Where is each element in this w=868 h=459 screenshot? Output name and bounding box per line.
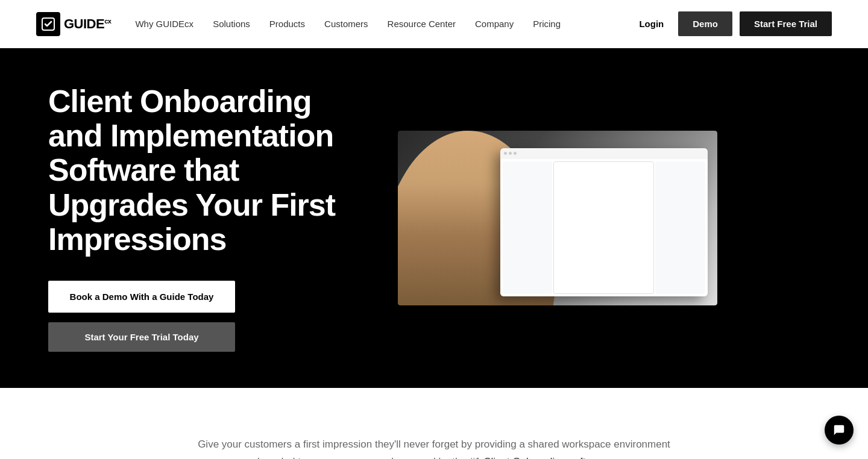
- nav-link-customers[interactable]: Customers: [324, 19, 368, 29]
- navbar-left: GUIDEcx Why GUIDEcx Solutions Products C…: [36, 12, 561, 36]
- below-fold-section: Give your customers a first impression t…: [0, 388, 868, 459]
- navbar: GUIDEcx Why GUIDEcx Solutions Products C…: [0, 0, 868, 48]
- hero-title: Client Onboarding and Implementation Sof…: [48, 84, 362, 257]
- hero-screenshot: [398, 131, 717, 305]
- hero-image: [398, 131, 717, 305]
- nav-link-resource-center[interactable]: Resource Center: [388, 19, 456, 29]
- screen-panel-right: [655, 161, 705, 295]
- client-onboarding-link[interactable]: Client Onboarding software: [483, 456, 608, 459]
- screen-panel-main: [553, 161, 654, 295]
- screen-panel-left: [503, 161, 553, 295]
- below-fold-text: Give your customers a first impression t…: [193, 436, 675, 459]
- nav-link-company[interactable]: Company: [475, 19, 514, 29]
- hero-buttons: Book a Demo With a Guide Today Start You…: [48, 281, 235, 352]
- screen-topbar: [500, 148, 708, 159]
- screen-content: [500, 159, 708, 297]
- nav-link-why-guidecx[interactable]: Why GUIDEcx: [135, 19, 193, 29]
- start-free-trial-hero-button[interactable]: Start Your Free Trial Today: [48, 322, 235, 352]
- hero-image-inner: [398, 131, 717, 305]
- book-demo-button[interactable]: Book a Demo With a Guide Today: [48, 281, 235, 313]
- hero-section: Client Onboarding and Implementation Sof…: [0, 48, 868, 388]
- login-button[interactable]: Login: [632, 14, 671, 34]
- hero-content: Client Onboarding and Implementation Sof…: [48, 84, 362, 352]
- nav-links: Why GUIDEcx Solutions Products Customers…: [135, 19, 561, 30]
- nav-link-solutions[interactable]: Solutions: [213, 19, 250, 29]
- start-free-trial-nav-button[interactable]: Start Free Trial: [740, 11, 832, 36]
- logo[interactable]: GUIDEcx: [36, 12, 111, 36]
- demo-button[interactable]: Demo: [678, 11, 732, 36]
- nav-link-pricing[interactable]: Pricing: [533, 19, 561, 29]
- logo-icon: [36, 12, 60, 36]
- chat-bubble[interactable]: [825, 416, 854, 445]
- screen-dot-1: [504, 152, 507, 155]
- screen-dot-2: [509, 152, 512, 155]
- screen-overlay: [500, 148, 708, 297]
- navbar-right: Login Demo Start Free Trial: [632, 11, 832, 36]
- screen-dot-3: [514, 152, 517, 155]
- logo-text: GUIDEcx: [64, 16, 111, 32]
- nav-link-products[interactable]: Products: [269, 19, 305, 29]
